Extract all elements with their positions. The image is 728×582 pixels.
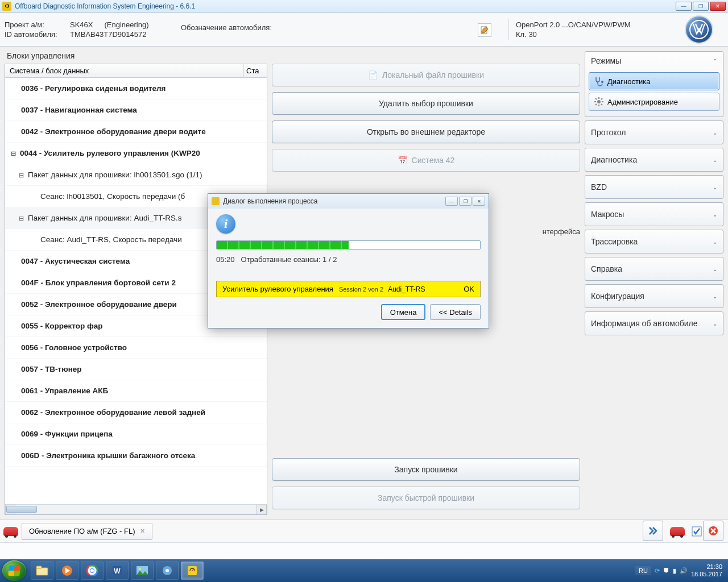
stop-button[interactable] [703, 521, 723, 541]
tree-row[interactable]: 0036 - Регулировка сиденья водителя [5, 78, 267, 99]
taskbar-odis-icon[interactable] [181, 562, 204, 580]
kl-value: Кл. 30 [516, 30, 679, 39]
dialog-msg-main: Усилитель рулевого управления [222, 285, 333, 293]
accordion-label: Справка [591, 264, 622, 273]
svg-point-22 [166, 569, 169, 572]
tree-row-label: 0042 - Электронное оборудование двери во… [21, 127, 206, 136]
open-external-editor-button[interactable]: Открыть во внешнем редакторе [272, 120, 580, 143]
system-tray: RU ⟳ ⛊ ▮ 🔊 21:30 18.05.2017 [635, 563, 726, 578]
tree-hscrollbar[interactable]: ◀ ▶ [5, 504, 267, 514]
taskbar-media-icon[interactable] [56, 562, 78, 580]
tree-row[interactable]: 006D - Электроника крышки багажного отсе… [5, 445, 267, 467]
accordion-header[interactable]: BZD⌄ [585, 176, 723, 198]
start-flash-button[interactable]: Запуск прошивки [272, 458, 580, 481]
svg-rect-8 [36, 568, 48, 575]
col-system[interactable]: Система / блок данных [5, 64, 244, 77]
tree-row[interactable]: 0042 - Электронное оборудование двери во… [5, 121, 267, 143]
chevron-down-icon: ⌄ [713, 157, 717, 163]
tree-row[interactable]: 0056 - Головное устройство [5, 337, 267, 359]
accordion-header[interactable]: Конфигурация⌄ [585, 285, 723, 307]
dialog-msg-name: Audi_TT-RS [388, 285, 425, 293]
accordion-header[interactable]: Протокол⌄ [585, 121, 723, 144]
taskbar-photo-icon[interactable] [131, 562, 154, 580]
mode-administration-button[interactable]: Администрирование [589, 93, 719, 111]
dialog-minimize-button[interactable]: — [445, 197, 458, 206]
window-titlebar: ⚙ Offboard Diagnostic Information System… [0, 0, 728, 13]
svg-point-2 [601, 81, 603, 83]
accordion-label: BZD [591, 182, 607, 192]
status-bar [0, 542, 728, 559]
project-extra: (Engineering) [104, 20, 148, 29]
tree-row-label: 0061 - Управление АКБ [21, 386, 108, 395]
accordion-label: Трассировка [591, 237, 638, 246]
control-units-title: Блоки управления [5, 51, 267, 60]
expand-icon[interactable]: ⊟ [19, 164, 26, 186]
taskbar-explorer-icon[interactable] [31, 562, 53, 580]
tree-row-label: 0037 - Навигационная система [21, 106, 137, 114]
scroll-right-icon[interactable]: ▶ [257, 505, 267, 515]
accordion-header[interactable]: Информация об автомобиле⌄ [585, 312, 723, 335]
tree-row-label: 0062 - Электронное оборудование левой за… [21, 408, 205, 417]
tray-volume-icon[interactable]: 🔊 [680, 567, 688, 575]
scroll-thumb[interactable] [6, 506, 37, 513]
tree-row-label: 004F - Блок управления бортовой сети 2 [21, 278, 176, 287]
accordion-header[interactable]: Диагностика⌄ [585, 148, 723, 171]
mode-diagnostics-button[interactable]: Диагностика [589, 72, 719, 90]
accordion-header[interactable]: Трассировка⌄ [585, 230, 723, 253]
col-status[interactable]: Ста [244, 64, 267, 77]
tree-row-label: Пакет данных для прошивки: Audi_TT-RS.s [28, 214, 181, 222]
system-42-button: 📅 Система 42 [272, 149, 580, 172]
accordion-header[interactable]: Макросы⌄ [585, 203, 723, 226]
tree-row[interactable]: 0061 - Управление АКБ [5, 380, 267, 402]
interface-value: OpenPort 2.0 ...O/CAN/VPW/PWM [516, 20, 679, 29]
tree-row[interactable]: ⊟Пакет данных для прошивки: lh0013501.sg… [5, 164, 267, 186]
tree-row[interactable]: 0062 - Электронное оборудование левой за… [5, 402, 267, 423]
start-quick-flash-button: Запуск быстрой прошивки [272, 487, 580, 509]
dialog-close-button[interactable]: ✕ [473, 197, 485, 206]
chevron-down-icon: ⌄ [713, 211, 717, 218]
tree-row-label: 0055 - Корректор фар [21, 322, 103, 330]
dialog-app-icon [212, 197, 220, 205]
side-accordion: Режимы ⌃ Диагностика Администрирование [585, 47, 728, 519]
dialog-time: 05:20 [216, 255, 235, 264]
expand-icon[interactable]: ⊟ [11, 143, 18, 164]
delete-firmware-selection-button[interactable]: Удалить выбор прошивки [272, 92, 580, 115]
tray-language[interactable]: RU [635, 566, 651, 575]
dialog-maximize-button[interactable]: ❐ [459, 197, 471, 206]
accordion-label: Конфигурация [591, 292, 644, 301]
tray-shield-icon[interactable]: ⛊ [663, 567, 669, 574]
chevron-down-icon: ⌄ [713, 293, 717, 300]
forward-button[interactable] [643, 521, 663, 541]
tree-row[interactable]: 0037 - Навигационная система [5, 99, 267, 121]
car-icon[interactable] [3, 527, 18, 536]
expand-icon[interactable]: ⊟ [19, 207, 26, 229]
tray-battery-icon[interactable]: ▮ [673, 567, 676, 575]
tray-clock[interactable]: 21:30 18.05.2017 [691, 563, 722, 578]
tab-strip: Обновление ПО а/м (FZG - FL) ✕ [0, 519, 728, 542]
minimize-button[interactable]: — [676, 2, 692, 11]
close-button[interactable]: ✕ [710, 2, 726, 11]
accordion-header[interactable]: Справка⌄ [585, 257, 723, 280]
tree-row[interactable]: 0069 - Функции прицепа [5, 423, 267, 445]
dialog-title: Диалог выполнения процесса [223, 197, 317, 205]
tab-close-icon[interactable]: ✕ [140, 527, 145, 535]
tree-row[interactable]: ⊟0044 - Усилитель рулевого управления (K… [5, 143, 267, 164]
tree-row[interactable]: 0057 - ТВ-тюнер [5, 359, 267, 380]
taskbar-chrome-icon[interactable] [81, 562, 104, 580]
edit-vehicle-icon[interactable] [478, 23, 491, 37]
maximize-button[interactable]: ❐ [693, 2, 709, 11]
dialog-titlebar[interactable]: Диалог выполнения процесса — ❐ ✕ [208, 194, 489, 209]
taskbar-word-icon[interactable]: W [106, 562, 129, 580]
modes-header[interactable]: Режимы ⌃ [585, 52, 723, 70]
taskbar-settings-icon[interactable] [156, 562, 179, 580]
info-icon: i [216, 214, 235, 234]
tray-sync-icon[interactable]: ⟳ [655, 567, 660, 575]
gear-icon [594, 97, 604, 107]
tab-firmware-update[interactable]: Обновление ПО а/м (FZG - FL) ✕ [22, 523, 152, 540]
dialog-msg-session: Session 2 von 2 [339, 286, 383, 293]
accordion-item: Диагностика⌄ [585, 148, 723, 172]
chevron-down-icon: ⌄ [713, 130, 717, 136]
start-button[interactable] [2, 560, 26, 581]
dialog-details-button[interactable]: << Details [430, 304, 481, 320]
dialog-cancel-button[interactable]: Отмена [381, 304, 426, 320]
